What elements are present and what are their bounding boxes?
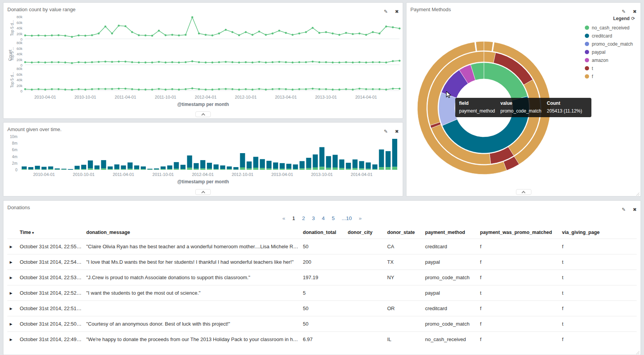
close-panel-icon[interactable]: ✖ [633,9,637,14]
pagination-item[interactable]: « [282,215,285,221]
edit-panel-icon[interactable]: ✎ [384,129,388,134]
x-axis-title: @timestamp per month [3,179,403,184]
tooltip-value: promo_code_match [501,108,547,114]
table-cell: f [560,301,637,316]
edit-panel-icon[interactable]: ✎ [622,9,625,14]
line-chart[interactable]: Top 5 d...80k60k40k20k0Top 5 ...80k60k40… [25,17,400,94]
sunburst-slice[interactable] [476,41,484,51]
pagination-item[interactable]: 3 [312,215,315,221]
edit-panel-icon[interactable]: ✎ [622,207,625,212]
row-expand-icon[interactable]: ▶ [7,285,17,301]
table-cell: f [560,332,637,347]
table-header-expand [7,227,17,239]
table-cell: paypal [423,285,478,301]
chart-legend: Legend⟳ no_cash_receivedcreditcardpromo_… [585,16,635,80]
legend-item[interactable]: f [585,72,635,80]
table-cell: "Claire Olivia Ryan has the best teacher… [84,239,301,254]
table-header-donor-state[interactable]: donor_state [385,227,423,239]
legend-label: no_cash_received [592,25,629,31]
tooltip-header: Count [547,100,588,108]
row-expand-icon[interactable]: ▶ [7,301,17,316]
table-cell [345,316,385,332]
legend-item[interactable]: paypal [585,48,635,56]
panel-header: Donation count by value range ✎ ✖ [3,3,403,13]
axis-tick-label: 2010-10-01 [74,95,96,99]
table-cell: October 31st 2014, 22:52:22.228 [17,285,84,301]
legend-dot-icon [585,74,589,79]
legend-title: Legend⟳ [585,16,635,21]
collapse-panel-button[interactable] [516,189,531,195]
table-row[interactable]: ▶October 31st 2014, 22:50:24.673"Courtes… [7,316,637,332]
axis-tick-label: 2014-04-01 [351,172,372,177]
legend-label: f [592,74,593,79]
chevron-up-icon [201,191,205,195]
sunburst-slice[interactable] [484,41,493,51]
axis-tick-label: 2010-10-01 [73,172,94,177]
table-cell: f [560,239,637,254]
line-plot[interactable] [25,17,400,39]
table-cell: t [560,254,637,270]
table-cell: NY [385,270,423,285]
axis-tick-label: 2013-10-01 [311,172,333,177]
resize-handle[interactable] [635,191,640,195]
pagination-item[interactable]: » [359,215,362,221]
legend-dot-icon [585,50,589,54]
legend-item[interactable]: t [585,64,635,72]
axis-tick-label: 2013-04-01 [272,172,293,177]
table-cell: October 31st 2014, 22:55:01.662 [17,239,84,254]
panel-payment-methods: Payment Methods ✎ ✖ Legend⟳ no_cash_rece… [406,2,641,196]
edit-panel-icon[interactable]: ✎ [384,9,388,14]
x-axis-title: @timestamp per month [3,102,403,107]
table-cell: "J.Crew is proud to match Associate dona… [84,270,301,285]
legend-item[interactable]: no_cash_received [585,24,635,32]
pagination-item[interactable]: 4 [322,215,325,221]
table-cell: f [478,239,560,254]
row-expand-icon[interactable]: ▶ [7,254,17,270]
table-row[interactable]: ▶October 31st 2014, 22:54:16.076"I love … [7,254,637,270]
table-row[interactable]: ▶October 31st 2014, 22:55:01.662"Claire … [7,239,637,254]
x-axis-ticks: 2010-04-012010-10-012011-04-012011-10-01… [25,95,400,100]
legend-item[interactable]: promo_code_match [585,40,635,48]
resize-handle[interactable] [635,349,640,354]
table-cell: October 31st 2014, 22:54:16.076 [17,254,84,270]
table-header-via-giving-page[interactable]: via_giving_page [560,227,637,239]
pagination-item[interactable]: 2 [302,215,305,221]
table-row[interactable]: ▶October 31st 2014, 22:51:04.83650ORcred… [7,301,637,316]
table-header-time[interactable]: Time▾ [17,227,84,239]
row-expand-icon[interactable]: ▶ [7,332,17,347]
legend-item[interactable]: amazon [585,56,635,64]
table-cell: creditcard [423,239,478,254]
row-expand-icon[interactable]: ▶ [7,239,17,254]
axis-tick-label: 2011-04-01 [113,172,134,177]
table-cell: t [560,285,637,301]
collapse-panel-button[interactable] [195,189,211,195]
table-cell: October 31st 2014, 22:53:04.329 [17,270,84,285]
close-panel-icon[interactable]: ✖ [395,9,399,14]
row-expand-icon[interactable]: ▶ [7,316,17,332]
table-header-donation-message[interactable]: donation_message [84,227,301,239]
table-header-donation-total[interactable]: donation_total [301,227,345,239]
line-plot[interactable] [25,68,400,91]
table-row[interactable]: ▶October 31st 2014, 22:49:56.001"We're h… [7,332,637,347]
close-panel-icon[interactable]: ✖ [395,129,399,134]
table-header-payment-method[interactable]: payment_method [423,227,478,239]
axis-tick-label: 2010-04-01 [33,172,55,177]
pagination-item[interactable]: 5 [332,215,335,221]
table-header-payment-was-promo-matched[interactable]: payment_was_promo_matched [478,227,560,239]
collapse-panel-button[interactable] [195,111,211,117]
legend-refresh-icon[interactable]: ⟳ [631,16,635,21]
pagination-item[interactable]: ...10 [342,215,352,221]
bar-chart[interactable] [21,137,398,170]
table-cell: f [478,332,560,347]
legend-item[interactable]: creditcard [585,32,635,40]
axis-tick-label: 2011-04-01 [115,95,136,99]
table-header-donor-city[interactable]: donor_city [345,227,385,239]
row-expand-icon[interactable]: ▶ [7,270,17,285]
panel-header: Payment Methods ✎ ✖ [407,3,641,13]
table-row[interactable]: ▶October 31st 2014, 22:53:04.329"J.Crew … [7,270,637,285]
table-cell: paypal [423,254,478,270]
close-panel-icon[interactable]: ✖ [633,207,637,212]
line-plot[interactable] [25,43,400,65]
pagination-item[interactable]: 1 [292,215,296,221]
table-row[interactable]: ▶October 31st 2014, 22:52:22.228"I want … [7,285,637,301]
